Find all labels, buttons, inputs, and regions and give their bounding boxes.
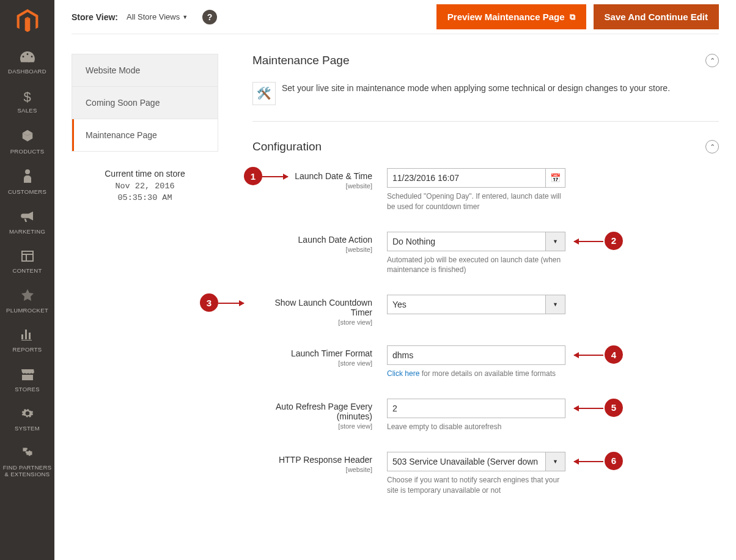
gauge-icon bbox=[20, 50, 35, 66]
nav-products[interactable]: PRODUCTS bbox=[0, 122, 54, 162]
nav-label: PRODUCTS bbox=[10, 149, 45, 155]
chevron-down-icon: ▼ bbox=[546, 452, 565, 471]
http-header-select[interactable]: 503 Service Unavailable (Server down ▼ bbox=[387, 452, 565, 471]
logo[interactable] bbox=[0, 0, 54, 43]
chevron-down-icon: ▼ bbox=[546, 295, 565, 314]
collapse-button[interactable]: ⌃ bbox=[705, 140, 719, 153]
field-label: Show Launch Countdown Timer bbox=[252, 298, 372, 317]
nav-label: MARKETING bbox=[9, 229, 45, 235]
layout-icon bbox=[21, 249, 34, 265]
collapse-button[interactable]: ⌃ bbox=[705, 54, 719, 67]
nav-label: REPORTS bbox=[13, 347, 42, 353]
chevron-up-icon: ⌃ bbox=[710, 57, 715, 65]
nav-label: SYSTEM bbox=[15, 426, 40, 432]
section-configuration: Configuration ⌃ 1 Launch Date & Time [we… bbox=[252, 140, 719, 495]
nav-content[interactable]: CONTENT bbox=[0, 242, 54, 281]
launch-action-select[interactable]: Do Nothing ▼ bbox=[387, 232, 565, 251]
row-launch-action: Launch Date Action [website] Do Nothing … bbox=[252, 232, 719, 276]
megaphone-icon bbox=[21, 210, 34, 226]
annotation-arrow-icon bbox=[262, 176, 288, 177]
annotation-arrow-icon bbox=[574, 408, 603, 409]
field-label: Launch Date Action bbox=[252, 235, 372, 245]
field-scope: [website] bbox=[252, 246, 372, 253]
topbar: Store View: All Store Views ▼ ? Preview … bbox=[72, 0, 719, 34]
section-title-configuration: Configuration bbox=[252, 140, 322, 153]
nav-label: STORES bbox=[15, 386, 40, 392]
store-view-label: Store View: bbox=[72, 12, 118, 22]
section-maintenance: Maintenance Page ⌃ 🛠️ Set your live site… bbox=[252, 54, 719, 122]
nav-stores[interactable]: STORES bbox=[0, 361, 54, 400]
external-link-icon: ⧉ bbox=[570, 12, 575, 22]
nav-label: PLUMROCKET bbox=[6, 308, 48, 314]
row-countdown: 3 Show Launch Countdown Timer [store vie… bbox=[252, 295, 719, 326]
time-value: 05:35:30 AM bbox=[72, 193, 218, 204]
row-timer-format: Launch Timer Format [store view] Click h… bbox=[252, 345, 719, 379]
store-view-switcher[interactable]: All Store Views ▼ bbox=[127, 12, 188, 21]
launch-date-input[interactable] bbox=[387, 168, 546, 188]
nav-label: DASHBOARD bbox=[8, 68, 46, 75]
annotation-arrow-icon bbox=[218, 303, 244, 304]
current-time-box: Current time on store Nov 22, 2016 05:35… bbox=[72, 169, 218, 204]
section-description: Set your live site in maintenance mode w… bbox=[282, 82, 670, 95]
field-hint: Automated job will be executed on launch… bbox=[387, 255, 565, 276]
countdown-select[interactable]: Yes ▼ bbox=[387, 295, 565, 314]
field-hint: Click here for more details on available… bbox=[387, 369, 565, 379]
plumrocket-icon bbox=[21, 289, 34, 305]
calendar-button[interactable]: 📅 bbox=[546, 168, 565, 188]
field-scope: [store view] bbox=[252, 359, 372, 367]
field-label: HTTP Response Header bbox=[252, 455, 372, 465]
main-content: Store View: All Store Views ▼ ? Preview … bbox=[54, 0, 736, 560]
nav-customers[interactable]: CUSTOMERS bbox=[0, 162, 54, 202]
chart-icon bbox=[21, 328, 34, 344]
annotation-marker: 1 bbox=[244, 167, 262, 185]
auto-refresh-input[interactable] bbox=[387, 399, 565, 418]
gear-icon bbox=[21, 407, 34, 423]
annotation-arrow-icon bbox=[574, 461, 603, 462]
calendar-icon: 📅 bbox=[550, 173, 561, 183]
puzzle-icon bbox=[21, 446, 34, 462]
admin-sidebar: DASHBOARD $ SALES PRODUCTS CUSTOMERS MAR… bbox=[0, 0, 54, 560]
field-scope: [website] bbox=[252, 182, 372, 190]
person-icon bbox=[23, 169, 32, 186]
section-title-maintenance: Maintenance Page bbox=[252, 54, 349, 67]
nav-label: CONTENT bbox=[12, 268, 42, 274]
tab-website-mode[interactable]: Website Mode bbox=[72, 54, 218, 87]
nav-dashboard[interactable]: DASHBOARD bbox=[0, 43, 54, 82]
dollar-icon: $ bbox=[23, 89, 31, 105]
nav-partners[interactable]: FIND PARTNERS & EXTENSIONS bbox=[0, 439, 54, 485]
preview-button[interactable]: Preview Maintenance Page ⧉ bbox=[436, 4, 586, 29]
magento-logo-icon bbox=[17, 9, 39, 34]
wrench-icon: 🛠️ bbox=[252, 82, 276, 105]
timer-format-input[interactable] bbox=[387, 345, 565, 365]
cube-icon bbox=[21, 129, 34, 146]
field-hint: Scheduled "Opening Day". If entered, lau… bbox=[387, 191, 565, 212]
tab-maintenance-page[interactable]: Maintenance Page bbox=[72, 119, 218, 151]
field-scope: [store view] bbox=[252, 422, 372, 430]
annotation-marker: 5 bbox=[605, 399, 623, 417]
time-date: Nov 22, 2016 bbox=[72, 181, 218, 193]
hint-link[interactable]: Click here bbox=[387, 369, 419, 378]
row-http-header: HTTP Response Header [website] 503 Servi… bbox=[252, 452, 719, 496]
tab-coming-soon[interactable]: Coming Soon Page bbox=[72, 87, 218, 119]
nav-sales[interactable]: $ SALES bbox=[0, 82, 54, 121]
annotation-marker: 3 bbox=[200, 293, 218, 312]
nav-marketing[interactable]: MARKETING bbox=[0, 203, 54, 242]
nav-system[interactable]: SYSTEM bbox=[0, 400, 54, 439]
nav-label: CUSTOMERS bbox=[8, 189, 46, 195]
field-hint: Leave empty to disable autorefresh bbox=[387, 422, 565, 432]
annotation-marker: 2 bbox=[605, 232, 623, 250]
field-scope: [store view] bbox=[252, 319, 372, 326]
time-heading: Current time on store bbox=[72, 169, 218, 179]
help-icon[interactable]: ? bbox=[202, 10, 217, 24]
field-label: Auto Refresh Page Every (minutes) bbox=[252, 402, 372, 421]
annotation-arrow-icon bbox=[574, 355, 603, 356]
nav-label: FIND PARTNERS & EXTENSIONS bbox=[2, 465, 52, 477]
save-continue-button[interactable]: Save And Continue Edit bbox=[594, 4, 719, 29]
nav-plumrocket[interactable]: PLUMROCKET bbox=[0, 282, 54, 321]
nav-label: SALES bbox=[17, 108, 37, 114]
chevron-up-icon: ⌃ bbox=[710, 143, 715, 151]
nav-reports[interactable]: REPORTS bbox=[0, 321, 54, 360]
side-tabs: Website Mode Coming Soon Page Maintenanc… bbox=[72, 54, 218, 152]
annotation-arrow-icon bbox=[574, 241, 603, 242]
annotation-marker: 4 bbox=[605, 345, 623, 364]
